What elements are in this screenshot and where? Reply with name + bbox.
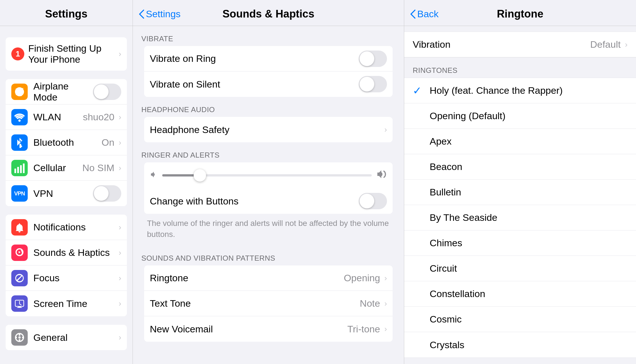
ringer-slider-container[interactable] [144,162,393,188]
ringtone-crystals[interactable]: Crystals [404,332,636,358]
airplane-mode-toggle-knob [94,84,109,99]
vibrate-ring-label: Vibrate on Ring [150,53,359,64]
volume-high-icon [376,169,387,181]
screen-time-label: Screen Time [33,298,117,309]
bluetooth-item[interactable]: Bluetooth On › [6,130,127,155]
general-label: General [33,332,117,343]
sounds-haptics-icon [11,245,28,261]
setup-item[interactable]: 1 Finish Setting Up Your iPhone › [6,37,127,71]
new-voicemail-chevron: › [384,324,387,334]
ringer-slider-track[interactable] [162,174,372,176]
notifications-item[interactable]: Notifications › [6,215,127,240]
sounds-haptics-panel: Settings Sounds & Haptics VIBRATE Vibrat… [133,0,404,364]
network-group: Airplane Mode WLAN [6,79,127,206]
chimes-label: Chimes [430,237,462,249]
bluetooth-label: Bluetooth [33,137,101,148]
text-tone-label: Text Tone [150,298,360,309]
airplane-mode-toggle[interactable] [93,84,121,100]
sounds-haptics-item[interactable]: Sounds & Haptics › [6,240,127,265]
general-item[interactable]: General › [6,325,127,350]
wlan-value: shuo20 [83,112,114,123]
sounds-haptics-label: Sounds & Haptics [33,247,117,258]
ringtone-scroll[interactable]: Vibration Default › RINGTONES ✓ Holy (fe… [404,26,636,364]
constellation-label: Constellation [430,288,485,299]
ringtone-constellation[interactable]: Constellation [404,281,636,307]
ringtone-beacon[interactable]: Beacon [404,154,636,180]
setup-label: Finish Setting Up Your iPhone [28,43,117,65]
wlan-icon [11,109,28,125]
crystals-label: Crystals [430,339,464,350]
vibration-row[interactable]: Vibration Default › [404,32,636,57]
ringtone-cosmic[interactable]: Cosmic [404,307,636,332]
change-buttons-item[interactable]: Change with Buttons [144,188,393,214]
sounds-back-label: Settings [146,8,181,19]
new-voicemail-item[interactable]: New Voicemail Tri-tone › [144,316,393,342]
airplane-mode-icon [11,84,28,100]
sounds-scroll[interactable]: VIBRATE Vibrate on Ring Vibrate on Silen… [133,26,404,364]
ringer-header: RINGER AND ALERTS [139,151,398,162]
general-chevron: › [119,333,121,342]
main-settings-group: Notifications › Sounds & Haptics › [6,215,127,316]
apex-label: Apex [430,136,452,147]
vibrate-ring-item[interactable]: Vibrate on Ring [144,46,393,71]
ringtone-opening[interactable]: Opening (Default) [404,103,636,129]
notifications-icon [11,219,28,236]
vibration-label: Vibration [413,39,590,50]
sounds-back-button[interactable]: Settings [139,8,181,19]
cellular-item[interactable]: Cellular No SIM › [6,155,127,181]
headphone-safety-item[interactable]: Headphone Safety › [144,117,393,142]
wlan-chevron: › [119,113,121,122]
wlan-item[interactable]: WLAN shuo20 › [6,104,127,130]
bluetooth-icon [11,134,28,151]
text-tone-item[interactable]: Text Tone Note › [144,291,393,316]
opening-label: Opening (Default) [430,110,505,121]
svg-point-8 [18,336,21,339]
setup-badge: 1 [11,47,24,60]
ringtone-back-button[interactable]: Back [410,8,439,19]
svg-point-0 [18,119,21,122]
ringtone-chimes[interactable]: Chimes [404,230,636,256]
holy-label: Holy (feat. Chance the Rapper) [430,85,563,96]
cellular-chevron: › [119,164,121,173]
vibrate-header: VIBRATE [139,34,398,46]
text-tone-chevron: › [384,299,387,308]
vibrate-section: VIBRATE Vibrate on Ring Vibrate on Silen… [139,34,398,97]
change-buttons-toggle[interactable] [359,193,387,209]
patterns-header: SOUNDS AND VIBRATION PATTERNS [139,254,398,265]
vibrate-silent-toggle[interactable] [359,76,387,92]
general-section: General › [0,325,133,350]
screen-time-chevron: › [119,299,121,308]
ringtone-panel: Back Ringtone Vibration Default › RINGTO… [404,0,636,364]
vibrate-silent-label: Vibrate on Silent [150,79,359,90]
focus-icon [11,270,28,286]
holy-checkmark: ✓ [413,84,424,97]
ringtone-holy[interactable]: ✓ Holy (feat. Chance the Rapper) [404,78,636,103]
cellular-label: Cellular [33,162,82,173]
vpn-item[interactable]: VPN VPN [6,181,127,206]
ringer-note: The volume of the ringer and alerts will… [139,218,398,245]
vibration-value: Default [590,39,621,50]
ringtone-by-the-seaside[interactable]: By The Seaside [404,205,636,230]
focus-item[interactable]: Focus › [6,265,127,291]
vpn-toggle[interactable] [93,185,121,202]
svg-rect-2 [17,167,19,173]
vibrate-silent-item[interactable]: Vibrate on Silent [144,71,393,97]
general-group: General › [6,325,127,350]
ringtone-item[interactable]: Ringtone Opening › [144,265,393,291]
ringtone-bulletin[interactable]: Bulletin [404,180,636,205]
seaside-label: By The Seaside [430,212,497,223]
ringtone-circuit[interactable]: Circuit [404,256,636,281]
screen-time-item[interactable]: Screen Time › [6,291,127,316]
vpn-label: VPN [33,188,93,199]
ringtones-header: RINGTONES [404,66,636,78]
notifications-label: Notifications [33,222,117,233]
ringtone-chevron: › [384,274,387,283]
airplane-mode-item[interactable]: Airplane Mode [6,79,127,104]
headphone-group: Headphone Safety › [144,117,393,142]
settings-scroll[interactable]: 1 Finish Setting Up Your iPhone › Airpla… [0,26,133,364]
new-voicemail-value: Tri-tone [347,324,380,335]
vibrate-group: Vibrate on Ring Vibrate on Silent [144,46,393,97]
ringtone-apex[interactable]: Apex [404,129,636,154]
ringer-slider-thumb[interactable] [194,169,206,182]
vibrate-ring-toggle[interactable] [359,51,387,67]
